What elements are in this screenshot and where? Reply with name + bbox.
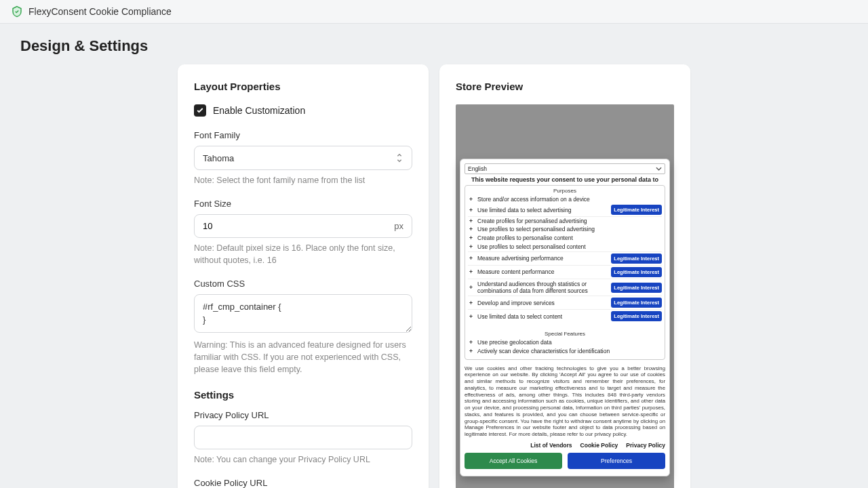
legitimate-interest-button[interactable]: Legitimate Interest [611,253,662,264]
custom-css-note: Warning: This is an advanced feature des… [194,339,412,375]
purpose-row: +Develop and improve servicesLegitimate … [468,296,662,310]
store-preview-title: Store Preview [456,81,674,92]
font-size-note: Note: Default pixel size is 16. Place on… [194,242,412,266]
legitimate-interest-button[interactable]: Legitimate Interest [611,283,662,293]
expand-icon[interactable]: + [468,218,474,224]
font-family-value: Tahoma [203,153,234,163]
legitimate-interest-button[interactable]: Legitimate Interest [611,311,662,321]
purpose-text: Use profiles to select personalised cont… [477,243,662,250]
privacy-url-note: Note: You can change your Privacy Policy… [194,453,412,466]
legitimate-interest-button[interactable]: Legitimate Interest [611,205,662,215]
privacy-url-label: Privacy Policy URL [194,410,412,420]
privacy-url-input[interactable] [194,426,412,449]
enable-customization-checkbox[interactable] [194,104,206,117]
font-family-note: Note: Select the font family name from t… [194,174,412,186]
expand-icon[interactable]: + [468,313,474,320]
legitimate-interest-button[interactable]: Legitimate Interest [611,267,662,277]
expand-icon[interactable]: + [468,207,474,214]
purpose-row: +Measure content performanceLegitimate I… [468,266,662,279]
special-features-label: Special Features [468,331,662,337]
store-preview-card: Store Preview English This website reque… [439,64,690,488]
list-of-vendors-link[interactable]: List of Vendors [530,442,572,449]
enable-customization-label: Enable Customization [213,105,305,116]
font-size-suffix: px [394,221,403,231]
custom-css-input[interactable] [194,294,412,332]
layout-properties-card: Layout Properties Enable Customization F… [178,64,429,488]
cookie-url-label: Cookie Policy URL [194,478,412,488]
consent-modal: English This website requests your conse… [460,159,670,476]
layout-properties-title: Layout Properties [194,81,412,92]
top-bar: FlexyConsent Cookie Compliance [0,0,868,24]
purposes-box: Purposes +Store and/or access informatio… [465,185,665,360]
privacy-policy-link[interactable]: Privacy Policy [626,442,665,449]
special-feature-row: +Use precise geolocation data [468,338,662,346]
accept-all-button[interactable]: Accept All Cookies [465,453,562,469]
purposes-section-label: Purposes [468,188,662,194]
font-family-label: Font Family [194,130,412,140]
special-feature-row: +Actively scan device characteristics fo… [468,347,662,355]
expand-icon[interactable]: + [468,235,474,241]
expand-icon[interactable]: + [468,284,474,291]
purpose-row: +Use profiles to select personalised con… [468,242,662,252]
page-title: Design & Settings [0,24,868,64]
special-feature-text: Use precise geolocation data [477,339,662,346]
special-feature-text: Actively scan device characteristics for… [477,348,662,354]
expand-icon[interactable]: + [468,255,474,262]
purpose-text: Develop and improve services [477,300,608,306]
purpose-row: +Understand audiences through statistics… [468,279,662,296]
language-select[interactable]: English [465,163,665,174]
custom-css-label: Custom CSS [194,279,412,289]
purpose-row: +Create profiles to personalise content [468,234,662,242]
purpose-row: +Measure advertising performanceLegitima… [468,252,662,266]
consent-headline: This website requests your consent to us… [465,176,665,183]
expand-icon[interactable]: + [468,348,474,354]
font-size-label: Font Size [194,199,412,209]
legitimate-interest-button[interactable]: Legitimate Interest [611,298,662,308]
preview-frame: English This website requests your conse… [456,104,674,488]
chevron-down-icon [656,167,662,171]
purpose-text: Measure content performance [477,268,608,275]
cookie-policy-link[interactable]: Cookie Policy [580,442,618,449]
expand-icon[interactable]: + [468,196,474,203]
expand-icon[interactable]: + [468,339,474,346]
purpose-row: +Create profiles for personalised advert… [468,217,662,225]
purpose-text: Create profiles for personalised adverti… [477,218,662,224]
expand-icon[interactable]: + [468,243,474,250]
expand-icon[interactable]: + [468,268,474,275]
purpose-text: Measure advertising performance [477,255,608,262]
purpose-row: +Use profiles to select personalised adv… [468,225,662,233]
purpose-row: +Store and/or access information on a de… [468,195,662,203]
expand-icon[interactable]: + [468,300,474,306]
purpose-text: Use limited data to select content [477,313,608,320]
purpose-text: Store and/or access information on a dev… [477,196,662,203]
purpose-text: Create profiles to personalise content [477,235,662,241]
app-title: FlexyConsent Cookie Compliance [28,6,172,17]
font-family-select[interactable]: Tahoma [194,146,412,170]
consent-body-text: We use cookies and other tracking techno… [465,365,665,438]
font-size-input[interactable] [203,215,394,237]
settings-title: Settings [194,389,412,401]
preferences-button[interactable]: Preferences [568,453,665,469]
expand-icon[interactable]: + [468,226,474,232]
shield-icon [11,5,23,18]
chevron-updown-icon [395,152,403,163]
purpose-text: Understand audiences through statistics … [477,281,608,294]
purpose-text: Use limited data to select advertising [477,207,608,214]
language-value: English [468,165,487,172]
purpose-text: Use profiles to select personalised adve… [477,226,662,232]
purpose-row: +Use limited data to select contentLegit… [468,310,662,323]
purpose-row: +Use limited data to select advertisingL… [468,203,662,217]
